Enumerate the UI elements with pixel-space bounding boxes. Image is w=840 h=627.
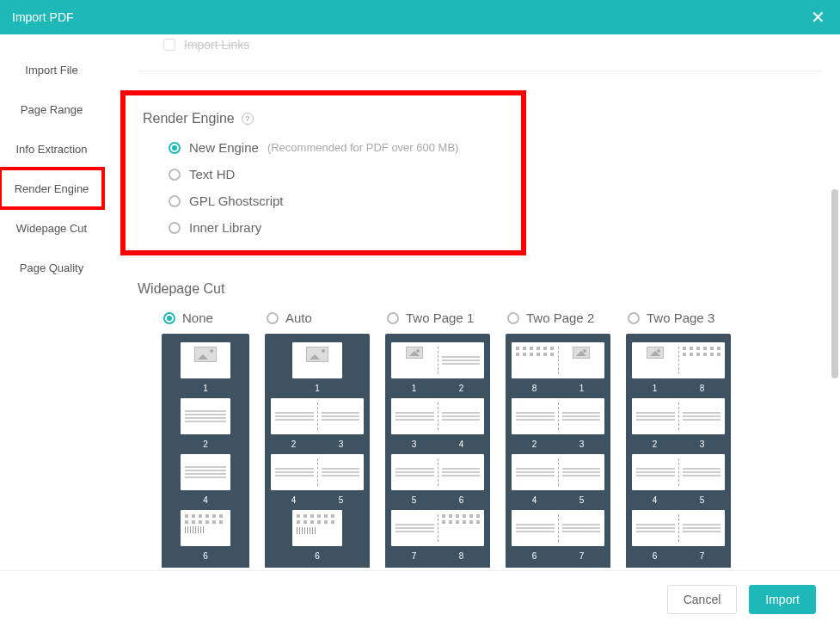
radio-icon <box>387 312 399 324</box>
radio-icon <box>163 312 175 324</box>
help-icon[interactable]: ? <box>242 113 254 125</box>
wp-option-two-page-1: Two Page 1 12 34 56 78 <box>385 310 490 568</box>
radio-icon <box>169 169 181 181</box>
radio-icon <box>169 142 181 154</box>
sidebar-item-page-range[interactable]: Page Range <box>0 89 103 129</box>
radio-widepage-two-page-3[interactable]: Two Page 3 <box>628 310 714 325</box>
radio-new-engine[interactable]: New Engine (Recommended for PDF over 600… <box>169 140 509 155</box>
radio-icon <box>507 312 519 324</box>
radio-icon <box>169 222 181 234</box>
thumb-two-page-2: 81 23 45 67 <box>506 334 610 568</box>
radio-icon <box>267 312 279 324</box>
close-icon[interactable]: ✕ <box>807 7 828 28</box>
sidebar-item-render-engine[interactable]: Render Engine <box>0 169 103 208</box>
widepage-section: Widepage Cut None 1 2 4 <box>138 281 823 568</box>
sidebar-item-page-quality[interactable]: Page Quality <box>0 248 103 287</box>
content: Import Links Render Engine ? New Engine … <box>103 34 840 568</box>
divider <box>138 71 823 71</box>
thumb-two-page-1: 12 34 56 78 <box>385 334 490 568</box>
thumb-none: 1 2 4 6 <box>162 334 249 568</box>
main: Import File Page Range Info Extraction R… <box>0 34 840 568</box>
render-engine-title: Render Engine ? <box>143 111 509 126</box>
radio-widepage-none[interactable]: None <box>163 310 213 325</box>
scrollbar[interactable] <box>831 34 838 569</box>
sidebar-item-import-file[interactable]: Import File <box>0 50 103 89</box>
thumb-auto: 1 23 45 6 <box>265 334 370 568</box>
wp-option-two-page-2: Two Page 2 81 23 45 67 <box>506 310 610 568</box>
sidebar-item-widepage-cut[interactable]: Widepage Cut <box>0 208 103 248</box>
import-links-checkbox-row[interactable]: Import Links <box>163 38 823 52</box>
import-links-label: Import Links <box>184 38 249 52</box>
render-engine-section: Render Engine ? New Engine (Recommended … <box>120 90 526 255</box>
thumb-two-page-3: 18 23 45 67 <box>626 334 731 568</box>
radio-widepage-two-page-1[interactable]: Two Page 1 <box>387 310 474 325</box>
titlebar: Import PDF ✕ <box>0 0 840 34</box>
import-button[interactable]: Import <box>749 585 816 614</box>
wp-option-none: None 1 2 4 6 <box>162 310 249 568</box>
radio-icon <box>628 312 640 324</box>
widepage-title: Widepage Cut <box>138 281 823 297</box>
dialog-title: Import PDF <box>12 10 74 24</box>
render-engine-options: New Engine (Recommended for PDF over 600… <box>169 140 509 235</box>
scrollbar-thumb[interactable] <box>831 189 838 378</box>
radio-widepage-auto[interactable]: Auto <box>267 310 312 325</box>
checkbox-icon <box>163 39 175 51</box>
sidebar: Import File Page Range Info Extraction R… <box>0 34 103 568</box>
radio-inner-library[interactable]: Inner Library <box>169 220 509 235</box>
wp-option-two-page-3: Two Page 3 18 23 45 67 <box>626 310 731 568</box>
sidebar-item-info-extraction[interactable]: Info Extraction <box>0 129 103 169</box>
radio-text-hd[interactable]: Text HD <box>169 167 509 181</box>
wp-option-auto: Auto 1 23 45 6 <box>265 310 370 568</box>
radio-icon <box>169 195 181 207</box>
footer: Cancel Import <box>0 570 840 627</box>
radio-gpl-ghostscript[interactable]: GPL Ghostscript <box>169 194 509 208</box>
widepage-options: None 1 2 4 6 <box>162 310 823 568</box>
radio-widepage-two-page-2[interactable]: Two Page 2 <box>507 310 594 325</box>
cancel-button[interactable]: Cancel <box>667 585 738 614</box>
